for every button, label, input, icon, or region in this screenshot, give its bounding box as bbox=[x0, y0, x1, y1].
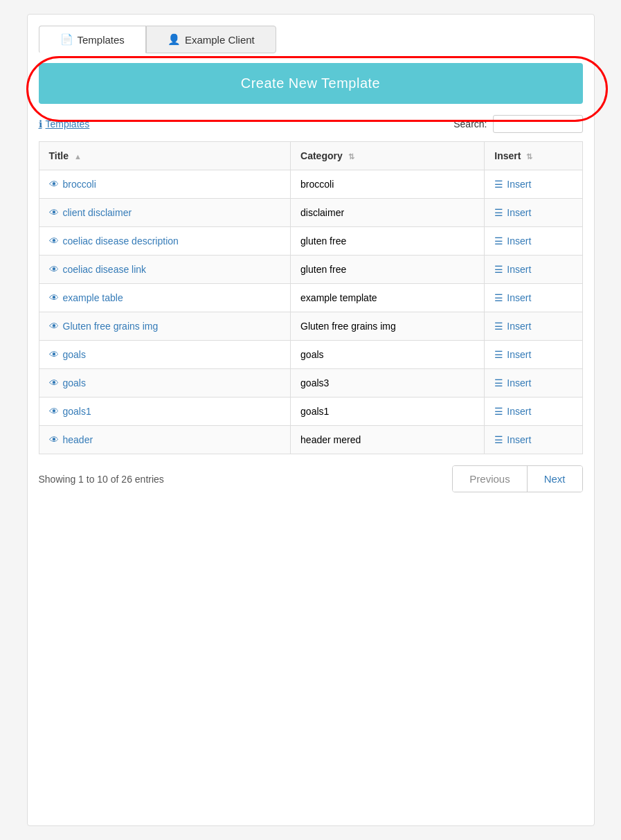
cell-title: 👁coeliac disease link bbox=[39, 256, 291, 284]
template-title-text: goals bbox=[63, 377, 86, 388]
eye-icon: 👁 bbox=[49, 207, 59, 218]
insert-button[interactable]: ☰Insert bbox=[494, 406, 572, 417]
eye-icon: 👁 bbox=[49, 179, 59, 190]
eye-icon: 👁 bbox=[49, 349, 59, 360]
insert-button[interactable]: ☰Insert bbox=[494, 179, 572, 190]
templates-table: Title ▲ Category ⇅ Insert ⇅ 👁broccolibro… bbox=[39, 141, 583, 454]
cell-title: 👁goals bbox=[39, 369, 291, 397]
cell-title: 👁client disclaimer bbox=[39, 199, 291, 227]
create-new-template-button[interactable]: Create New Template bbox=[39, 63, 583, 104]
insert-button[interactable]: ☰Insert bbox=[494, 377, 572, 388]
template-title-link[interactable]: 👁example table bbox=[49, 292, 281, 303]
table-row: 👁example tableexample template☰Insert bbox=[39, 284, 582, 312]
template-title-text: Gluten free grains img bbox=[63, 321, 159, 332]
template-title-text: coeliac disease description bbox=[63, 235, 179, 247]
cell-category: goals1 bbox=[291, 397, 485, 426]
insert-label: Insert bbox=[507, 264, 531, 275]
template-title-link[interactable]: 👁broccoli bbox=[49, 179, 281, 190]
insert-icon: ☰ bbox=[494, 321, 503, 332]
cell-title: 👁broccoli bbox=[39, 170, 291, 199]
cell-title: 👁Gluten free grains img bbox=[39, 312, 291, 341]
cell-category: example template bbox=[291, 284, 485, 312]
template-title-link[interactable]: 👁goals bbox=[49, 349, 281, 360]
template-title-link[interactable]: 👁goals1 bbox=[49, 406, 281, 417]
template-title-text: coeliac disease link bbox=[63, 264, 147, 275]
insert-button[interactable]: ☰Insert bbox=[494, 321, 572, 332]
insert-icon: ☰ bbox=[494, 292, 503, 303]
eye-icon: 👁 bbox=[49, 264, 59, 275]
cell-category: Gluten free grains img bbox=[291, 312, 485, 341]
showing-entries-text: Showing 1 to 10 of 26 entries bbox=[39, 474, 164, 485]
template-title-text: header bbox=[63, 434, 93, 445]
template-title-link[interactable]: 👁client disclaimer bbox=[49, 207, 281, 218]
cell-category: goals3 bbox=[291, 369, 485, 397]
insert-icon: ☰ bbox=[494, 349, 503, 360]
insert-button[interactable]: ☰Insert bbox=[494, 264, 572, 275]
table-row: 👁coeliac disease descriptiongluten free☰… bbox=[39, 227, 582, 256]
cell-category: gluten free bbox=[291, 256, 485, 284]
table-row: 👁goalsgoals3☰Insert bbox=[39, 369, 582, 397]
eye-icon: 👁 bbox=[49, 292, 59, 303]
table-row: 👁goalsgoals☰Insert bbox=[39, 341, 582, 369]
column-header-title[interactable]: Title ▲ bbox=[39, 142, 291, 170]
tab-templates[interactable]: 📄 Templates bbox=[39, 26, 146, 53]
cell-category: gluten free bbox=[291, 227, 485, 256]
eye-icon: 👁 bbox=[49, 235, 59, 247]
insert-icon: ☰ bbox=[494, 406, 503, 417]
eye-icon: 👁 bbox=[49, 434, 59, 445]
templates-info-label[interactable]: ℹ Templates bbox=[39, 118, 90, 129]
template-title-link[interactable]: 👁Gluten free grains img bbox=[49, 321, 281, 332]
insert-label: Insert bbox=[507, 179, 531, 190]
templates-tab-icon: 📄 bbox=[60, 33, 73, 46]
next-button[interactable]: Next bbox=[528, 466, 582, 492]
cell-insert: ☰Insert bbox=[485, 341, 582, 369]
template-title-link[interactable]: 👁coeliac disease link bbox=[49, 264, 281, 275]
insert-label: Insert bbox=[507, 406, 531, 417]
create-button-wrapper: Create New Template bbox=[39, 63, 583, 104]
template-title-link[interactable]: 👁goals bbox=[49, 377, 281, 388]
info-icon: ℹ bbox=[39, 118, 42, 129]
insert-button[interactable]: ☰Insert bbox=[494, 235, 572, 247]
search-label: Search: bbox=[453, 118, 487, 129]
templates-link-text: Templates bbox=[46, 118, 90, 129]
insert-icon: ☰ bbox=[494, 264, 503, 275]
template-title-link[interactable]: 👁coeliac disease description bbox=[49, 235, 281, 247]
sort-arrows-title: ▲ bbox=[74, 152, 82, 161]
pagination-area: Showing 1 to 10 of 26 entries Previous N… bbox=[39, 465, 583, 492]
cell-insert: ☰Insert bbox=[485, 227, 582, 256]
table-row: 👁client disclaimerdisclaimer☰Insert bbox=[39, 199, 582, 227]
template-title-link[interactable]: 👁header bbox=[49, 434, 281, 445]
insert-button[interactable]: ☰Insert bbox=[494, 207, 572, 218]
cell-insert: ☰Insert bbox=[485, 256, 582, 284]
search-area: Search: bbox=[453, 115, 582, 133]
table-row: 👁broccolibroccoli☰Insert bbox=[39, 170, 582, 199]
insert-label: Insert bbox=[507, 434, 531, 445]
column-header-category[interactable]: Category ⇅ bbox=[291, 142, 485, 170]
insert-icon: ☰ bbox=[494, 179, 503, 190]
table-row: 👁headerheader mered☰Insert bbox=[39, 426, 582, 454]
pagination-buttons: Previous Next bbox=[452, 465, 582, 492]
search-bar: ℹ Templates Search: bbox=[39, 115, 583, 133]
insert-label: Insert bbox=[507, 349, 531, 360]
template-title-text: broccoli bbox=[63, 179, 96, 190]
main-container: 📄 Templates 👤 Example Client Create New … bbox=[27, 14, 595, 826]
cell-category: goals bbox=[291, 341, 485, 369]
eye-icon: 👁 bbox=[49, 377, 59, 388]
example-client-tab-icon: 👤 bbox=[168, 33, 181, 46]
tab-example-client[interactable]: 👤 Example Client bbox=[146, 26, 276, 53]
cell-insert: ☰Insert bbox=[485, 369, 582, 397]
insert-button[interactable]: ☰Insert bbox=[494, 349, 572, 360]
insert-label: Insert bbox=[507, 321, 531, 332]
cell-insert: ☰Insert bbox=[485, 397, 582, 426]
search-input[interactable] bbox=[493, 115, 583, 133]
insert-button[interactable]: ☰Insert bbox=[494, 434, 572, 445]
cell-insert: ☰Insert bbox=[485, 199, 582, 227]
insert-button[interactable]: ☰Insert bbox=[494, 292, 572, 303]
previous-button[interactable]: Previous bbox=[453, 466, 527, 492]
cell-category: broccoli bbox=[291, 170, 485, 199]
cell-category: header mered bbox=[291, 426, 485, 454]
cell-insert: ☰Insert bbox=[485, 426, 582, 454]
template-title-text: goals bbox=[63, 349, 86, 360]
table-row: 👁coeliac disease linkgluten free☰Insert bbox=[39, 256, 582, 284]
insert-icon: ☰ bbox=[494, 207, 503, 218]
